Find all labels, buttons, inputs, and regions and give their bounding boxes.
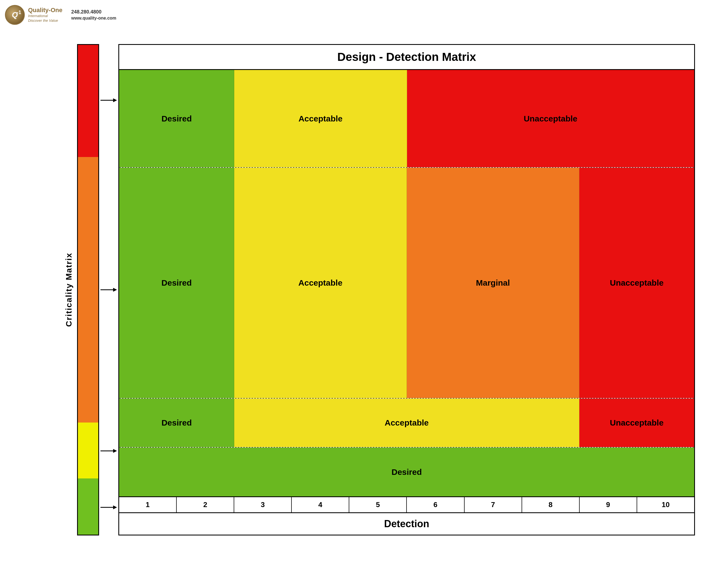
- green-criticality-bar: [78, 478, 98, 535]
- cell-orange-acceptable: Acceptable: [234, 168, 407, 398]
- svg-marker-5: [113, 449, 117, 453]
- matrix-row-yellow: Desired Acceptable Unacceptable: [119, 399, 694, 448]
- arrow-orange-svg: [100, 287, 117, 293]
- matrix-rows: Desired Acceptable Unacceptable Desired …: [119, 70, 694, 497]
- scale-num-6: 6: [407, 497, 464, 512]
- arrow-yellow-svg: [100, 448, 117, 454]
- header: Q -1 Quality-One International Discover …: [5, 5, 116, 25]
- matrix-row-orange: Desired Acceptable Marginal Unacceptable: [119, 168, 694, 398]
- orange-criticality-bar: [78, 157, 98, 422]
- scale-num-9: 9: [580, 497, 637, 512]
- logo-one-number: -1: [17, 10, 21, 15]
- color-bars: [77, 44, 99, 535]
- contact-info: 248.280.4800 www.quality-one.com: [71, 9, 116, 21]
- cell-yellow-acceptable: Acceptable: [234, 399, 579, 447]
- arrow-red: [99, 44, 118, 157]
- red-criticality-bar: [78, 45, 98, 157]
- cell-red-desired: Desired: [119, 70, 234, 167]
- criticality-label-wrapper: Criticality Matrix: [61, 44, 77, 535]
- cell-red-unacceptable: Unacceptable: [407, 70, 694, 167]
- website-url: www.quality-one.com: [71, 16, 116, 21]
- cell-orange-desired: Desired: [119, 168, 234, 398]
- matrix-grid: Design - Detection Matrix Desired Accept…: [118, 44, 695, 535]
- matrix-row-green: Desired: [119, 448, 694, 497]
- scale-num-2: 2: [177, 497, 234, 512]
- phone-number: 248.280.4800: [71, 9, 116, 15]
- scale-num-8: 8: [522, 497, 580, 512]
- arrow-green: [99, 479, 118, 535]
- matrix-row-red: Desired Acceptable Unacceptable: [119, 70, 694, 168]
- company-tagline-2: Discover the Value: [28, 18, 62, 23]
- scale-num-10: 10: [637, 497, 694, 512]
- cell-yellow-unacceptable: Unacceptable: [579, 399, 694, 447]
- cell-red-acceptable: Acceptable: [234, 70, 407, 167]
- arrow-green-svg: [100, 504, 117, 511]
- scale-num-3: 3: [234, 497, 292, 512]
- logo-icon: Q -1: [5, 5, 25, 25]
- arrow-red-svg: [100, 97, 117, 104]
- cell-orange-unacceptable: Unacceptable: [579, 168, 694, 398]
- detection-label: Detection: [119, 513, 694, 535]
- scale-num-4: 4: [292, 497, 349, 512]
- logo-text-block: Quality-One International Discover the V…: [28, 7, 62, 23]
- criticality-matrix-label: Criticality Matrix: [64, 252, 73, 327]
- cell-orange-marginal: Marginal: [407, 168, 579, 398]
- chart-container: Criticality Matrix: [61, 44, 695, 535]
- cell-yellow-desired: Desired: [119, 399, 234, 447]
- svg-marker-7: [113, 505, 117, 509]
- matrix-title: Design - Detection Matrix: [119, 45, 694, 70]
- yellow-criticality-bar: [78, 423, 98, 479]
- cell-green-desired: Desired: [119, 448, 694, 496]
- arrow-yellow: [99, 423, 118, 479]
- scale-num-5: 5: [349, 497, 407, 512]
- svg-marker-3: [113, 288, 117, 292]
- svg-marker-1: [113, 98, 117, 102]
- company-tagline-1: International: [28, 14, 62, 18]
- arrow-orange: [99, 157, 118, 423]
- scale-numbers-row: 1 2 3 4 5 6 7 8 9 10: [119, 497, 694, 513]
- scale-num-7: 7: [465, 497, 522, 512]
- arrows-column: [99, 44, 118, 535]
- company-name: Quality-One: [28, 7, 62, 13]
- scale-num-1: 1: [119, 497, 177, 512]
